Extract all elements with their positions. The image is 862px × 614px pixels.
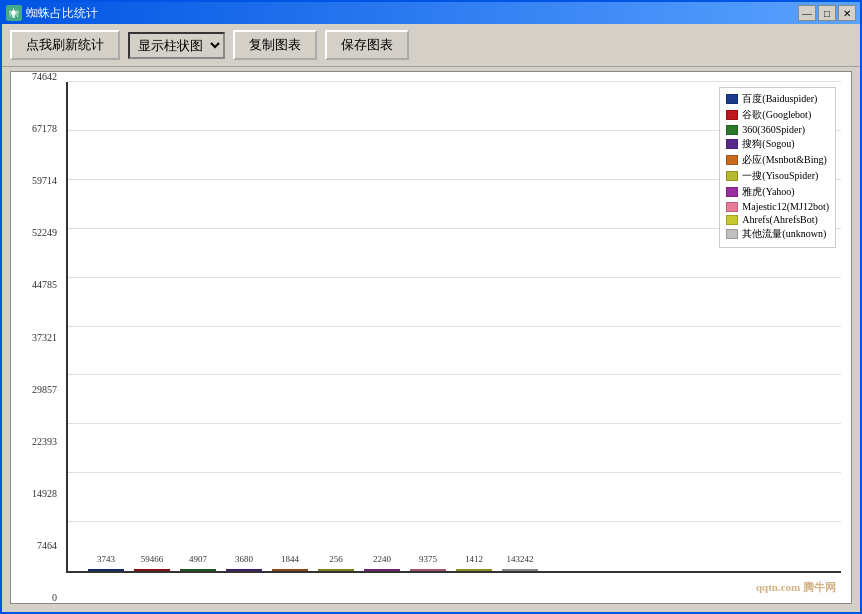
titlebar-buttons: — □ ✕ — [798, 5, 856, 21]
legend-label-5: 一搜(YisouSpider) — [742, 169, 818, 183]
bar-container: 1412 — [456, 569, 492, 571]
watermark: qqtn.com 腾牛网 — [756, 580, 836, 595]
display-select-wrapper: 显示柱状图 显示饼图 显示折线图 — [128, 32, 225, 59]
y-label: 7464 — [37, 541, 57, 551]
legend-item-2: 360(360Spider) — [726, 124, 829, 135]
legend-color-2 — [726, 125, 738, 135]
legend-label-3: 搜狗(Sogou) — [742, 137, 794, 151]
legend-label-8: Ahrefs(AhrefsBot) — [742, 214, 818, 225]
bar-container: 3743 — [88, 569, 124, 571]
legend-label-9: 其他流量(unknown) — [742, 227, 826, 241]
legend-label-4: 必应(Msnbot&Bing) — [742, 153, 826, 167]
legend-item-0: 百度(Baiduspider) — [726, 92, 829, 106]
y-label: 44785 — [32, 280, 57, 290]
y-label: 14928 — [32, 489, 57, 499]
grid-line — [68, 423, 841, 424]
legend: 百度(Baiduspider)谷歌(Googlebot)360(360Spide… — [719, 87, 836, 248]
y-label: 29857 — [32, 385, 57, 395]
toolbar: 点我刷新统计 显示柱状图 显示饼图 显示折线图 复制图表 保存图表 — [2, 24, 860, 67]
main-window: 🕷 蜘蛛占比统计 — □ ✕ 点我刷新统计 显示柱状图 显示饼图 显示折线图 复… — [0, 0, 862, 614]
chart-area: 0746414928223932985737321447855224959714… — [10, 71, 852, 604]
window-title: 蜘蛛占比统计 — [26, 5, 798, 22]
bar-label-0: 3743 — [97, 554, 115, 564]
bar-1: 59466 — [134, 569, 170, 571]
bar-container: 2240 — [364, 569, 400, 571]
legend-label-0: 百度(Baiduspider) — [742, 92, 817, 106]
y-label: 74642 — [32, 72, 57, 82]
refresh-button[interactable]: 点我刷新统计 — [10, 30, 120, 60]
grid-line — [68, 81, 841, 82]
y-label: 37321 — [32, 333, 57, 343]
bar-2: 4907 — [180, 569, 216, 571]
legend-color-1 — [726, 110, 738, 120]
y-label: 59714 — [32, 176, 57, 186]
grid-line — [68, 277, 841, 278]
bar-container: 59466 — [134, 569, 170, 571]
grid-line — [68, 374, 841, 375]
legend-color-4 — [726, 155, 738, 165]
bar-5: 256 — [318, 569, 354, 571]
legend-item-1: 谷歌(Googlebot) — [726, 108, 829, 122]
legend-item-4: 必应(Msnbot&Bing) — [726, 153, 829, 167]
bar-container: 3680 — [226, 569, 262, 571]
bar-label-8: 1412 — [465, 554, 483, 564]
bar-6: 2240 — [364, 569, 400, 571]
legend-label-2: 360(360Spider) — [742, 124, 805, 135]
y-axis-labels: 0746414928223932985737321447855224959714… — [11, 72, 61, 603]
bar-container: 4907 — [180, 569, 216, 571]
save-button[interactable]: 保存图表 — [325, 30, 409, 60]
legend-label-6: 雅虎(Yahoo) — [742, 185, 794, 199]
legend-label-1: 谷歌(Googlebot) — [742, 108, 811, 122]
bar-container: 143242 — [502, 569, 538, 571]
legend-item-6: 雅虎(Yahoo) — [726, 185, 829, 199]
bar-4: 1844 — [272, 569, 308, 571]
legend-item-9: 其他流量(unknown) — [726, 227, 829, 241]
bar-label-6: 2240 — [373, 554, 391, 564]
legend-item-7: Majestic12(MJ12bot) — [726, 201, 829, 212]
bar-container: 9375 — [410, 569, 446, 571]
grid-line — [68, 521, 841, 522]
legend-item-3: 搜狗(Sogou) — [726, 137, 829, 151]
display-select[interactable]: 显示柱状图 显示饼图 显示折线图 — [128, 32, 225, 59]
y-label: 22393 — [32, 437, 57, 447]
window-icon: 🕷 — [6, 5, 22, 21]
legend-label-7: Majestic12(MJ12bot) — [742, 201, 829, 212]
legend-color-9 — [726, 229, 738, 239]
maximize-button[interactable]: □ — [818, 5, 836, 21]
legend-color-6 — [726, 187, 738, 197]
bar-7: 9375 — [410, 569, 446, 571]
bar-3: 3680 — [226, 569, 262, 571]
bar-container: 256 — [318, 569, 354, 571]
bar-0: 3743 — [88, 569, 124, 571]
bar-9: 143242 — [502, 569, 538, 571]
bar-label-1: 59466 — [141, 554, 164, 564]
grid-line — [68, 472, 841, 473]
close-button[interactable]: ✕ — [838, 5, 856, 21]
y-label: 52249 — [32, 228, 57, 238]
legend-color-5 — [726, 171, 738, 181]
y-label: 0 — [52, 593, 57, 603]
bar-label-2: 4907 — [189, 554, 207, 564]
y-label: 67178 — [32, 124, 57, 134]
legend-item-5: 一搜(YisouSpider) — [726, 169, 829, 183]
bar-label-3: 3680 — [235, 554, 253, 564]
copy-button[interactable]: 复制图表 — [233, 30, 317, 60]
legend-color-7 — [726, 202, 738, 212]
legend-color-3 — [726, 139, 738, 149]
minimize-button[interactable]: — — [798, 5, 816, 21]
grid-line — [68, 326, 841, 327]
legend-item-8: Ahrefs(AhrefsBot) — [726, 214, 829, 225]
bar-label-9: 143242 — [507, 554, 534, 564]
bar-label-5: 256 — [329, 554, 343, 564]
bar-container: 1844 — [272, 569, 308, 571]
bar-8: 1412 — [456, 569, 492, 571]
legend-color-8 — [726, 215, 738, 225]
bar-label-7: 9375 — [419, 554, 437, 564]
bar-label-4: 1844 — [281, 554, 299, 564]
legend-color-0 — [726, 94, 738, 104]
titlebar: 🕷 蜘蛛占比统计 — □ ✕ — [2, 2, 860, 24]
